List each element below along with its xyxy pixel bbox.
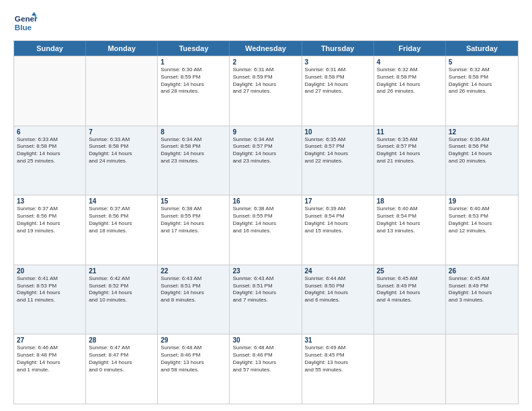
day-info: Sunrise: 6:33 AM Sunset: 8:58 PM Dayligh… [17,136,83,165]
day-info: Sunrise: 6:37 AM Sunset: 8:56 PM Dayligh… [17,205,83,234]
day-number: 23 [232,267,298,275]
day-cell-28: 28Sunrise: 6:47 AM Sunset: 8:47 PM Dayli… [86,334,158,404]
day-number: 31 [305,336,371,344]
day-number: 4 [377,58,443,66]
calendar: SundayMondayTuesdayWednesdayThursdayFrid… [13,40,519,404]
day-info: Sunrise: 6:49 AM Sunset: 8:45 PM Dayligh… [305,345,371,373]
day-info: Sunrise: 6:35 AM Sunset: 8:57 PM Dayligh… [305,136,371,165]
day-info: Sunrise: 6:43 AM Sunset: 8:51 PM Dayligh… [232,275,298,304]
day-number: 19 [449,197,515,205]
day-cell-25: 25Sunrise: 6:45 AM Sunset: 8:49 PM Dayli… [374,265,446,334]
day-info: Sunrise: 6:39 AM Sunset: 8:54 PM Dayligh… [305,205,371,234]
day-cell-31: 31Sunrise: 6:49 AM Sunset: 8:45 PM Dayli… [302,334,374,404]
day-info: Sunrise: 6:43 AM Sunset: 8:51 PM Dayligh… [161,275,226,304]
day-cell-17: 17Sunrise: 6:39 AM Sunset: 8:54 PM Dayli… [302,195,374,265]
day-info: Sunrise: 6:36 AM Sunset: 8:56 PM Dayligh… [449,136,515,165]
day-cell-5: 5Sunrise: 6:32 AM Sunset: 8:58 PM Daylig… [446,56,518,126]
day-number: 28 [89,336,154,344]
weekday-header-thursday: Thursday [302,41,374,56]
day-cell-3: 3Sunrise: 6:31 AM Sunset: 8:58 PM Daylig… [302,56,374,126]
day-info: Sunrise: 6:47 AM Sunset: 8:47 PM Dayligh… [89,345,154,373]
day-info: Sunrise: 6:31 AM Sunset: 8:59 PM Dayligh… [232,66,298,95]
empty-cell [374,334,446,404]
day-info: Sunrise: 6:35 AM Sunset: 8:57 PM Dayligh… [377,136,443,165]
day-cell-18: 18Sunrise: 6:40 AM Sunset: 8:54 PM Dayli… [374,195,446,265]
day-cell-15: 15Sunrise: 6:38 AM Sunset: 8:55 PM Dayli… [158,195,230,265]
day-cell-4: 4Sunrise: 6:32 AM Sunset: 8:58 PM Daylig… [374,56,446,126]
day-number: 9 [232,128,298,136]
day-info: Sunrise: 6:45 AM Sunset: 8:49 PM Dayligh… [377,275,443,304]
calendar-header: SundayMondayTuesdayWednesdayThursdayFrid… [14,41,518,56]
day-number: 16 [232,197,298,205]
day-cell-14: 14Sunrise: 6:37 AM Sunset: 8:56 PM Dayli… [86,195,158,265]
day-info: Sunrise: 6:42 AM Sunset: 8:52 PM Dayligh… [89,275,154,304]
svg-text:Blue: Blue [15,23,32,32]
day-info: Sunrise: 6:38 AM Sunset: 8:55 PM Dayligh… [232,205,298,234]
day-info: Sunrise: 6:41 AM Sunset: 8:53 PM Dayligh… [17,275,83,304]
day-cell-13: 13Sunrise: 6:37 AM Sunset: 8:56 PM Dayli… [14,195,86,265]
day-info: Sunrise: 6:45 AM Sunset: 8:49 PM Dayligh… [449,275,515,304]
day-info: Sunrise: 6:40 AM Sunset: 8:53 PM Dayligh… [449,205,515,234]
day-number: 12 [449,128,515,136]
day-number: 8 [161,128,226,136]
day-number: 2 [232,58,298,66]
day-number: 10 [305,128,371,136]
calendar-row-3: 20Sunrise: 6:41 AM Sunset: 8:53 PM Dayli… [14,265,518,334]
calendar-row-1: 6Sunrise: 6:33 AM Sunset: 8:58 PM Daylig… [14,126,518,195]
day-number: 22 [161,267,226,275]
calendar-row-2: 13Sunrise: 6:37 AM Sunset: 8:56 PM Dayli… [14,195,518,265]
day-cell-16: 16Sunrise: 6:38 AM Sunset: 8:55 PM Dayli… [230,195,302,265]
day-cell-20: 20Sunrise: 6:41 AM Sunset: 8:53 PM Dayli… [14,265,86,334]
day-number: 27 [17,336,83,344]
day-cell-6: 6Sunrise: 6:33 AM Sunset: 8:58 PM Daylig… [14,126,86,195]
day-number: 21 [89,267,154,275]
calendar-body: 1Sunrise: 6:30 AM Sunset: 8:59 PM Daylig… [14,56,518,404]
day-number: 6 [17,128,83,136]
day-cell-10: 10Sunrise: 6:35 AM Sunset: 8:57 PM Dayli… [302,126,374,195]
day-number: 24 [305,267,371,275]
empty-cell [446,334,518,404]
day-cell-19: 19Sunrise: 6:40 AM Sunset: 8:53 PM Dayli… [446,195,518,265]
day-number: 7 [89,128,154,136]
day-cell-2: 2Sunrise: 6:31 AM Sunset: 8:59 PM Daylig… [230,56,302,126]
day-cell-7: 7Sunrise: 6:33 AM Sunset: 8:58 PM Daylig… [86,126,158,195]
empty-cell [14,56,86,126]
logo-icon: General Blue [13,11,38,35]
day-number: 25 [377,267,443,275]
day-info: Sunrise: 6:30 AM Sunset: 8:59 PM Dayligh… [161,66,226,95]
day-cell-11: 11Sunrise: 6:35 AM Sunset: 8:57 PM Dayli… [374,126,446,195]
day-cell-21: 21Sunrise: 6:42 AM Sunset: 8:52 PM Dayli… [86,265,158,334]
day-cell-29: 29Sunrise: 6:48 AM Sunset: 8:46 PM Dayli… [158,334,230,404]
weekday-header-tuesday: Tuesday [158,41,230,56]
weekday-header-wednesday: Wednesday [230,41,302,56]
day-cell-12: 12Sunrise: 6:36 AM Sunset: 8:56 PM Dayli… [446,126,518,195]
day-info: Sunrise: 6:34 AM Sunset: 8:58 PM Dayligh… [161,136,226,165]
day-info: Sunrise: 6:44 AM Sunset: 8:50 PM Dayligh… [305,275,371,304]
day-info: Sunrise: 6:32 AM Sunset: 8:58 PM Dayligh… [449,66,515,95]
day-info: Sunrise: 6:40 AM Sunset: 8:54 PM Dayligh… [377,205,443,234]
day-info: Sunrise: 6:34 AM Sunset: 8:57 PM Dayligh… [232,136,298,165]
calendar-row-4: 27Sunrise: 6:46 AM Sunset: 8:48 PM Dayli… [14,334,518,404]
day-number: 18 [377,197,443,205]
day-number: 11 [377,128,443,136]
page: General Blue SundayMondayTuesdayWednesda… [0,0,532,411]
day-number: 3 [305,58,371,66]
day-number: 15 [161,197,226,205]
day-info: Sunrise: 6:32 AM Sunset: 8:58 PM Dayligh… [377,66,443,95]
day-number: 29 [161,336,226,344]
empty-cell [86,56,158,126]
weekday-header-monday: Monday [86,41,158,56]
day-number: 13 [17,197,83,205]
day-number: 20 [17,267,83,275]
day-cell-24: 24Sunrise: 6:44 AM Sunset: 8:50 PM Dayli… [302,265,374,334]
day-cell-23: 23Sunrise: 6:43 AM Sunset: 8:51 PM Dayli… [230,265,302,334]
day-info: Sunrise: 6:48 AM Sunset: 8:46 PM Dayligh… [232,345,298,373]
day-info: Sunrise: 6:37 AM Sunset: 8:56 PM Dayligh… [89,205,154,234]
logo: General Blue [13,11,38,35]
day-cell-27: 27Sunrise: 6:46 AM Sunset: 8:48 PM Dayli… [14,334,86,404]
day-number: 26 [449,267,515,275]
day-number: 30 [232,336,298,344]
day-info: Sunrise: 6:38 AM Sunset: 8:55 PM Dayligh… [161,205,226,234]
weekday-header-friday: Friday [374,41,446,56]
header: General Blue [13,11,519,35]
